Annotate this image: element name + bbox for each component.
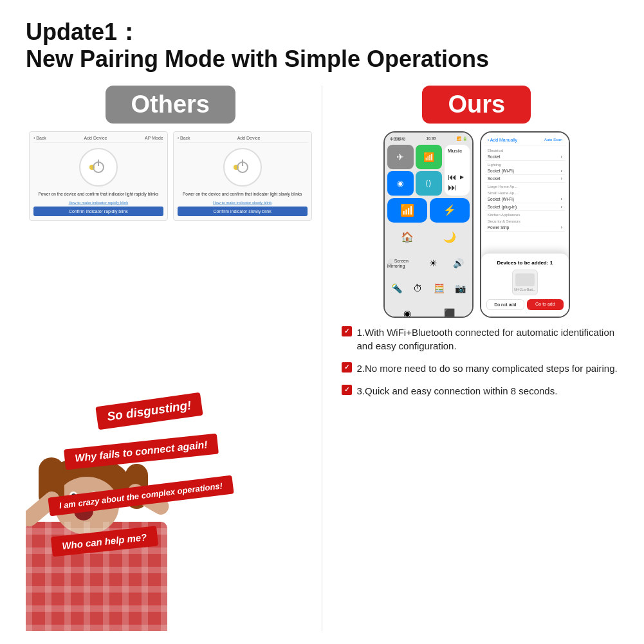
brightness-btn[interactable]: ☀: [422, 252, 445, 275]
carrier: 中国移动: [390, 136, 405, 142]
header: Update1： New Pairing Mode with Simple Op…: [26, 19, 618, 73]
cc-status-bar: 中国移动 16:38 📶 🔋: [387, 135, 470, 143]
item-small-2[interactable]: Socket (plug-in)›: [485, 203, 565, 211]
screenshot-2: ‹ Back Add Device Power on the device an…: [173, 131, 312, 221]
feature-3: ✓ 3.Quick and easy connection within 8 s…: [342, 384, 619, 398]
screenshot-1: ‹ Back Add Device AP Mode Power on the d…: [29, 131, 168, 221]
bluetooth-btn[interactable]: ⚡: [430, 198, 470, 223]
qr-btn[interactable]: ◉: [387, 302, 427, 318]
device-icon-1: [79, 148, 118, 187]
right-panel: Ours 中国移动 16:38 📶 🔋: [322, 86, 619, 631]
check-icon-1: ✓: [342, 326, 352, 336]
device-thumb: NH-2Lis-Batt...: [512, 270, 538, 295]
modal-title: Devices to be added: 1: [486, 260, 564, 266]
check-icon-2: ✓: [342, 362, 352, 373]
ads-list: Electrical Socket› Lighting Socket (Wi-F…: [484, 145, 566, 233]
caption-1: Power on the device and confirm that ind…: [33, 192, 163, 197]
ours-badge: Ours: [422, 86, 531, 124]
control-center: 中国移动 16:38 📶 🔋 ✈: [385, 133, 472, 317]
power-icon-1: [93, 161, 104, 173]
feature-text-2: 2.No more need to do so many complicated…: [357, 362, 618, 375]
screenshots-row: ‹ Back Add Device AP Mode Power on the d…: [26, 131, 315, 221]
battery: 📶 🔋: [457, 136, 467, 142]
header-line1: Update1：: [26, 19, 618, 45]
section-kitchen: Kitchen Appliances: [485, 211, 565, 217]
time: 16:38: [426, 136, 436, 142]
content-row: Others ‹ Back Add Device AP Mode Power: [26, 86, 618, 631]
item-lighting-1[interactable]: Socket (Wi-Fi)›: [485, 167, 565, 175]
section-electrical: Electrical: [485, 147, 565, 153]
wifi-btn[interactable]: 📶: [387, 198, 427, 223]
timer-btn[interactable]: ⏱: [409, 277, 427, 300]
cc-last-row: ◉ ⬛: [387, 302, 470, 318]
screen-mirror-btn[interactable]: ⬜ Screen Mirroring: [387, 252, 419, 275]
add-device-screen: ‹ Add Manually Auto Scan Electrical Sock…: [481, 133, 569, 317]
calc-btn[interactable]: 🧮: [430, 277, 448, 300]
section-large-home: Large Home Ap...: [485, 183, 565, 189]
title-1: Add Device: [84, 136, 107, 140]
cc-wifi-bt-row: 📶 ⚡: [387, 198, 470, 223]
caption-2: Power on the device and confirm that ind…: [178, 192, 308, 197]
item-socket[interactable]: Socket›: [485, 153, 565, 161]
section-security: Security & Sensors: [485, 217, 565, 224]
screenshot-1-header: ‹ Back Add Device AP Mode: [33, 136, 163, 143]
section-lighting: Lighting: [485, 161, 565, 167]
cc-home-row: 🏠 🌙: [387, 225, 470, 250]
header-line2: New Pairing Mode with Simple Operations: [26, 45, 618, 73]
modal-btns: Do not add Go to add: [486, 299, 564, 310]
ads-auto-scan[interactable]: Auto Scan: [544, 138, 562, 142]
back-link-1[interactable]: ‹ Back: [33, 136, 46, 140]
confirm-btn-2[interactable]: Confirm indicator slowly blink: [178, 207, 308, 216]
feature-text-3: 3.Quick and easy connection within 8 sec…: [357, 384, 558, 398]
music-label: Music: [448, 148, 466, 154]
cc-top-row: ✈ 📶 ◉ ⟨⟩: [387, 145, 470, 196]
feature-2: ✓ 2.No more need to do so many complicat…: [342, 362, 619, 375]
phone-right: ‹ Add Manually Auto Scan Electrical Sock…: [480, 131, 570, 318]
features-list: ✓ 1.With WiFi+Bluetooth connected for au…: [335, 326, 619, 407]
scan-btn[interactable]: ⬛: [430, 302, 470, 318]
modal-overlay: Devices to be added: 1 NH-2Lis-Batt... D…: [481, 253, 569, 317]
title-2: Add Device: [237, 136, 261, 140]
item-power-strip[interactable]: Power Strip›: [485, 224, 565, 232]
feature-text-1: 1.With WiFi+Bluetooth connected for auto…: [357, 326, 619, 353]
confirm-btn-1[interactable]: Confirm indicator rapidly blink: [33, 207, 163, 216]
wifi-toggle[interactable]: 📶: [416, 145, 442, 169]
cc-screen-row: ⬜ Screen Mirroring ☀ 🔊: [387, 252, 470, 275]
cc-tools-row: 🔦 ⏱ 🧮 📷: [387, 277, 470, 300]
network-grid: ✈ 📶 ◉ ⟨⟩: [387, 145, 442, 196]
do-not-add-btn[interactable]: Do not add: [486, 299, 524, 310]
phones-container: 中国移动 16:38 📶 🔋 ✈: [335, 131, 619, 318]
music-widget: Music ⏮ ▶ ⏭: [445, 145, 470, 196]
section-small-home: Small Home Ap...: [485, 189, 565, 196]
airplane-toggle[interactable]: ✈: [387, 145, 414, 169]
tab-1[interactable]: AP Mode: [145, 136, 163, 140]
go-to-add-btn[interactable]: Go to add: [527, 299, 564, 310]
feature-1: ✓ 1.With WiFi+Bluetooth connected for au…: [342, 326, 619, 353]
item-lighting-2[interactable]: Socket›: [485, 175, 565, 183]
cellular-toggle[interactable]: ◉: [387, 171, 414, 196]
camera-btn[interactable]: 📷: [451, 277, 470, 300]
device-icon-2: [223, 148, 262, 187]
others-badge: Others: [106, 86, 235, 124]
volume-btn[interactable]: 🔊: [447, 252, 470, 275]
music-controls[interactable]: ⏮ ▶ ⏭: [448, 172, 466, 192]
check-icon-3: ✓: [342, 385, 352, 395]
ads-header: ‹ Add Manually Auto Scan: [484, 135, 566, 145]
back-link-2[interactable]: ‹ Back: [178, 136, 190, 140]
page: Update1： New Pairing Mode with Simple Op…: [0, 0, 644, 644]
left-panel: Others ‹ Back Add Device AP Mode Power: [26, 86, 322, 631]
power-icon-2: [237, 161, 248, 173]
item-small-1[interactable]: Socket (Wi-Fi)›: [485, 196, 565, 203]
link-2[interactable]: How to make indicator slowly blink: [178, 201, 308, 205]
hotspot-toggle[interactable]: ⟨⟩: [416, 171, 442, 196]
ads-back-btn[interactable]: ‹ Add Manually: [488, 138, 517, 142]
phone-left: 中国移动 16:38 📶 🔋 ✈: [383, 131, 474, 318]
screenshot-2-header: ‹ Back Add Device: [178, 136, 308, 143]
frustrated-area: So disgusting! Why fails to connect agai…: [26, 387, 322, 631]
torch-btn[interactable]: 🔦: [387, 277, 406, 300]
home-btn[interactable]: 🏠: [387, 225, 427, 250]
moon-btn[interactable]: 🌙: [430, 225, 470, 250]
link-1[interactable]: How to make indicator rapidly blink: [33, 201, 163, 205]
